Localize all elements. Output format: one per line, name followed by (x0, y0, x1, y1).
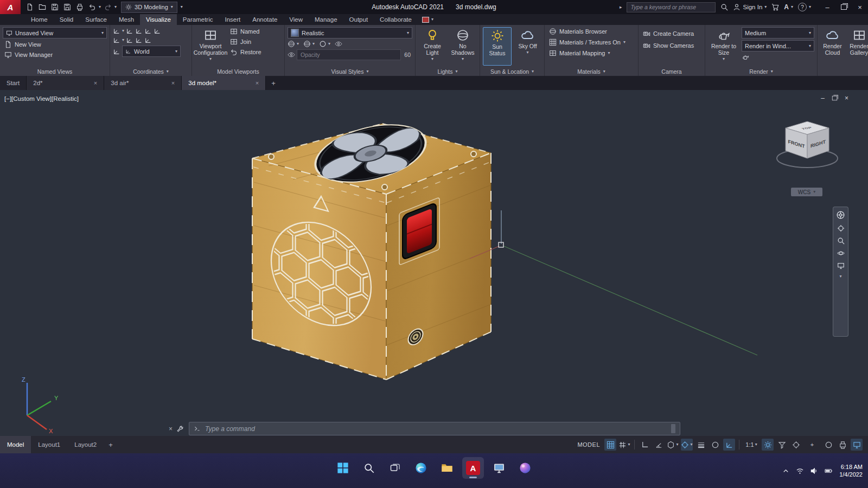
volume-icon[interactable] (810, 467, 818, 475)
view-manager-button[interactable]: View Manager (3, 50, 107, 59)
panel-label-model-viewports[interactable]: Model Viewports (192, 67, 284, 76)
panel-label-sun-location[interactable]: Sun & Location ▾ (480, 67, 544, 76)
create-light-button[interactable]: Create Light ▾ (418, 27, 446, 66)
taskbar-search-button[interactable] (358, 457, 380, 479)
ribbon-tab-surface[interactable]: Surface (79, 14, 113, 25)
wcs-dropdown[interactable]: WCS ▾ (791, 188, 822, 196)
battery-icon[interactable] (824, 467, 833, 475)
layout-tab-layout2[interactable]: Layout2 (67, 436, 104, 453)
search-icon[interactable] (720, 3, 728, 11)
autocad-taskbar-button[interactable]: A (462, 457, 484, 479)
ribbon-tab-view[interactable]: View (283, 14, 309, 25)
undo-caret-icon[interactable]: ▾ (99, 5, 101, 9)
help-button[interactable]: ? ▾ (798, 3, 811, 11)
viewport-view-control[interactable]: [Custom View] (11, 95, 52, 102)
file-tab-3d-model[interactable]: 3d model* × (182, 76, 266, 90)
render-small-teapot-icon[interactable] (742, 53, 749, 61)
help-search-input[interactable] (627, 2, 716, 12)
dynamic-ucs-toggle[interactable] (723, 439, 735, 451)
sign-in-button[interactable]: Sign In ▾ (733, 3, 767, 11)
render-preset-dropdown[interactable]: Medium ▾ (742, 27, 814, 38)
selection-cycling-toggle[interactable] (709, 439, 721, 451)
ucs-icon-6[interactable] (113, 36, 120, 44)
ucs-caret-icon[interactable]: ▾ (122, 29, 124, 33)
restore-viewports-button[interactable]: Restore (228, 48, 263, 56)
save-as-icon[interactable] (61, 2, 73, 12)
xray-toggle-icon[interactable] (335, 40, 342, 48)
save-icon[interactable] (49, 2, 60, 12)
face-style-button[interactable]: ▾ (288, 40, 299, 48)
plot-icon[interactable] (74, 2, 85, 12)
opacity-icon[interactable] (288, 51, 295, 59)
new-view-button[interactable]: New View (3, 40, 107, 49)
task-view-button[interactable] (384, 457, 406, 479)
new-layout-button[interactable]: + (104, 441, 118, 449)
lighting-quality-button[interactable]: ▾ (319, 40, 330, 48)
wifi-icon[interactable] (796, 467, 804, 475)
drawing-viewport[interactable]: [−] [Custom View] [Realistic] – × FRONT … (0, 90, 868, 436)
new-file-icon[interactable] (24, 2, 35, 12)
named-viewports-button[interactable]: Named (228, 27, 263, 36)
panel-label-lights[interactable]: Lights ▾ (416, 67, 480, 76)
viewport-close-icon[interactable]: × (845, 94, 848, 102)
navigation-bar[interactable]: ▾ (833, 207, 848, 337)
ucs-icon-8[interactable] (135, 36, 143, 44)
ucs-icon-7[interactable] (126, 36, 133, 44)
orbit-icon[interactable] (837, 249, 845, 257)
workspace-switcher[interactable]: 3D Modeling ▾ (121, 2, 177, 13)
create-camera-button[interactable]: Create Camera (641, 29, 702, 38)
panel-label-named-views[interactable]: Named Views (0, 67, 110, 76)
ucs-icon-1[interactable] (113, 27, 120, 35)
grid-display-toggle[interactable] (604, 439, 616, 451)
model-3d-view[interactable] (0, 90, 868, 436)
open-file-icon[interactable] (36, 2, 48, 12)
ucs-icon-9[interactable] (144, 36, 152, 44)
materials-browser-button[interactable]: Materials Browser (547, 27, 635, 36)
ribbon-tab-insert[interactable]: Insert (219, 14, 246, 25)
viewport-menu-control[interactable]: [−] (4, 95, 11, 102)
viewport-configuration-button[interactable]: Viewport Configuration ▾ (195, 27, 226, 66)
panel-label-camera[interactable]: Camera (639, 67, 705, 76)
showmotion-icon[interactable] (837, 262, 845, 269)
taskbar-clock[interactable]: 6:18 AM 1/4/2022 (839, 463, 863, 479)
file-tab-close-icon[interactable]: × (171, 80, 175, 86)
restore-button[interactable] (835, 0, 852, 14)
shadows-button[interactable]: No Shadows ▾ (449, 27, 477, 66)
ucs-icon-10[interactable] (113, 48, 120, 55)
redo-caret-icon[interactable]: ▾ (114, 5, 117, 9)
plot-button[interactable] (837, 439, 848, 451)
viewer-app-button[interactable] (514, 457, 536, 479)
app-store-cart-icon[interactable] (771, 3, 779, 11)
ribbon-tab-mesh[interactable]: Mesh (113, 14, 140, 25)
edge-effects-button[interactable]: ▾ (303, 40, 315, 48)
command-dock-grip[interactable]: × (167, 425, 186, 433)
panel-label-render[interactable]: Render ▾ (705, 67, 817, 76)
ribbon-tab-output[interactable]: Output (343, 14, 374, 25)
annotation-monitor-button[interactable] (776, 439, 788, 451)
panel-label-coordinates[interactable]: Coordinates ▾ (110, 67, 192, 76)
customization-button[interactable] (790, 439, 802, 451)
polar-tracking-toggle[interactable] (653, 439, 665, 451)
exchange-apps-button[interactable]: A ▾ (784, 3, 793, 11)
ribbon-display-toggle[interactable]: ▾ (418, 14, 438, 25)
materials-textures-button[interactable]: Materials / Textures On ▾ (547, 38, 635, 47)
material-mapping-button[interactable]: Material Mapping ▾ (547, 49, 635, 57)
screen-app-button[interactable] (488, 457, 510, 479)
ribbon-tab-solid[interactable]: Solid (54, 14, 80, 25)
navbar-menu-caret-icon[interactable]: ▾ (839, 274, 841, 279)
app-menu-button[interactable]: A (0, 0, 21, 14)
ucs-icon-2[interactable] (126, 27, 133, 35)
render-destination-dropdown[interactable]: Render in Wind... ▾ (742, 40, 814, 52)
layout-tab-model[interactable]: Model (0, 436, 31, 453)
snap-mode-toggle[interactable]: ▾ (618, 439, 630, 451)
redo-icon[interactable] (102, 2, 113, 12)
clean-screen-button[interactable] (851, 439, 863, 451)
command-wrench-icon[interactable] (176, 425, 184, 433)
undo-icon[interactable] (86, 2, 98, 12)
file-tab-2d[interactable]: 2d* × (27, 76, 104, 90)
sky-off-button[interactable]: Sky Off ▾ (514, 27, 541, 66)
zoom-icon[interactable] (837, 237, 845, 245)
layout-tab-layout1[interactable]: Layout1 (31, 436, 67, 453)
tray-chevron-up-icon[interactable] (782, 467, 790, 475)
join-viewports-button[interactable]: Join (228, 37, 263, 46)
